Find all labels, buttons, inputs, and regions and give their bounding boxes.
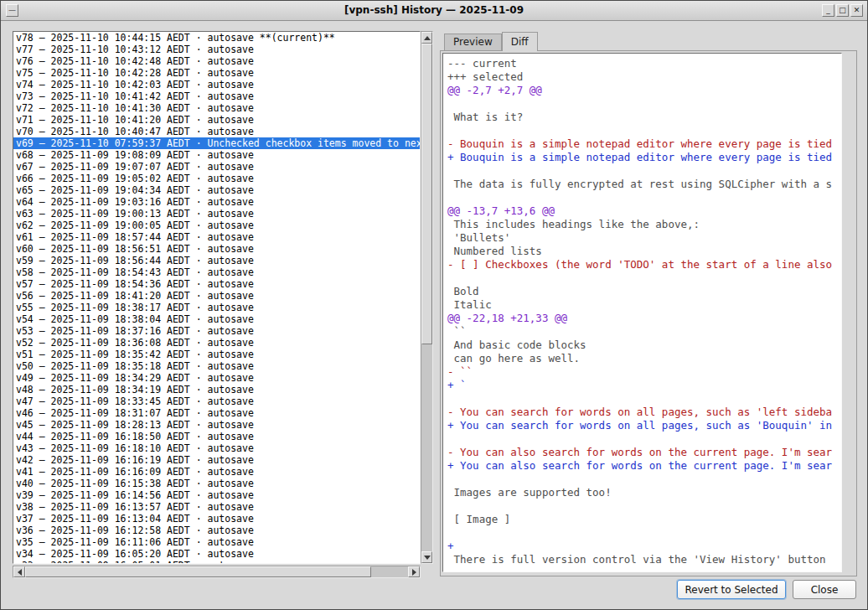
scroll-up-arrow-icon[interactable] — [421, 32, 432, 44]
diff-line-ctx — [447, 164, 841, 178]
version-list-item[interactable]: v72 — 2025-11-10 10:41:30 AEDT · autosav… — [13, 102, 420, 114]
version-list-item[interactable]: v33 — 2025-11-09 16:05:01 AEDT · autosav… — [13, 560, 420, 564]
diff-line-del: - You can also search for words on the c… — [447, 446, 841, 459]
scroll-right-arrow-icon[interactable] — [408, 566, 420, 577]
revert-to-selected-button[interactable]: Revert to Selected — [677, 580, 786, 599]
diff-line-del: - `` — [447, 365, 841, 379]
version-list-item[interactable]: v74 — 2025-11-10 10:42:03 AEDT · autosav… — [13, 79, 420, 90]
diff-line-meta: --- current — [447, 57, 841, 70]
diff-line-ctx — [447, 97, 841, 111]
diff-line-ctx: 'Bullets' — [447, 231, 841, 245]
version-list-scrollbar-thumb[interactable] — [421, 44, 432, 344]
maximize-icon: □ — [837, 5, 848, 16]
version-list-item[interactable]: v42 — 2025-11-09 16:16:19 AEDT · autosav… — [13, 454, 420, 466]
version-list-item[interactable]: v34 — 2025-11-09 16:05:20 AEDT · autosav… — [13, 548, 420, 560]
window-title: [vpn-ssh] History — 2025-11-09 — [51, 1, 817, 20]
version-list-item[interactable]: v43 — 2025-11-09 16:18:10 AEDT · autosav… — [13, 442, 420, 454]
version-list-item[interactable]: v69 — 2025-11-10 07:59:37 AEDT · Uncheck… — [13, 137, 420, 149]
version-list-item[interactable]: v60 — 2025-11-09 18:56:51 AEDT · autosav… — [13, 243, 420, 255]
version-list[interactable]: v78 — 2025-11-10 10:44:15 AEDT · autosav… — [13, 31, 421, 564]
version-list-hscrollbar[interactable] — [13, 566, 421, 578]
version-list-item[interactable]: v39 — 2025-11-09 16:14:56 AEDT · autosav… — [13, 489, 420, 501]
diff-line-ctx: And basic code blocks — [447, 339, 841, 352]
version-list-item[interactable]: v63 — 2025-11-09 19:00:13 AEDT · autosav… — [13, 208, 420, 220]
diff-line-hunk: @@ -13,7 +13,6 @@ — [447, 204, 841, 218]
version-list-item[interactable]: v57 — 2025-11-09 18:54:36 AEDT · autosav… — [13, 278, 420, 290]
version-list-item[interactable]: v35 — 2025-11-09 16:11:06 AEDT · autosav… — [13, 536, 420, 548]
version-list-item[interactable]: v54 — 2025-11-09 18:38:04 AEDT · autosav… — [13, 313, 420, 325]
diff-text[interactable]: --- current+++ selected@@ -2,7 +2,7 @@ W… — [442, 53, 842, 572]
diff-line-hunk: @@ -22,18 +21,33 @@ — [447, 312, 841, 325]
close-window-button[interactable]: ✕ — [850, 4, 863, 17]
diff-line-ctx — [447, 432, 841, 446]
diff-line-add: + — [447, 540, 841, 553]
version-list-item[interactable]: v70 — 2025-11-10 10:40:47 AEDT · autosav… — [13, 126, 420, 137]
diff-line-ctx: There is full version control via the 'V… — [447, 553, 841, 566]
diff-line-ctx — [447, 526, 841, 540]
version-list-item[interactable]: v55 — 2025-11-09 18:38:17 AEDT · autosav… — [13, 302, 420, 313]
version-list-item[interactable]: v61 — 2025-11-09 18:57:44 AEDT · autosav… — [13, 231, 420, 243]
version-list-item[interactable]: v44 — 2025-11-09 16:18:50 AEDT · autosav… — [13, 431, 420, 442]
version-list-item[interactable]: v50 — 2025-11-09 18:35:18 AEDT · autosav… — [13, 360, 420, 372]
version-list-item[interactable]: v48 — 2025-11-09 18:34:19 AEDT · autosav… — [13, 384, 420, 395]
version-list-item[interactable]: v58 — 2025-11-09 18:54:43 AEDT · autosav… — [13, 266, 420, 278]
titlebar[interactable]: — [vpn-ssh] History — 2025-11-09 _ □ ✕ — [1, 1, 867, 21]
diff-line-ctx — [447, 124, 841, 137]
version-list-item[interactable]: v46 — 2025-11-09 18:31:07 AEDT · autosav… — [13, 407, 420, 419]
version-list-item[interactable]: v51 — 2025-11-09 18:35:42 AEDT · autosav… — [13, 349, 420, 360]
version-list-item[interactable]: v67 — 2025-11-09 19:07:07 AEDT · autosav… — [13, 161, 420, 173]
window-menu-button[interactable]: — — [6, 4, 18, 17]
version-list-item[interactable]: v45 — 2025-11-09 18:28:13 AEDT · autosav… — [13, 419, 420, 431]
version-list-item[interactable]: v59 — 2025-11-09 18:56:44 AEDT · autosav… — [13, 255, 420, 266]
version-list-item[interactable]: v56 — 2025-11-09 18:41:20 AEDT · autosav… — [13, 290, 420, 302]
diff-line-ctx: Italic — [447, 298, 841, 312]
version-list-hscrollbar-thumb[interactable] — [25, 566, 371, 577]
diff-line-ctx — [447, 499, 841, 513]
scroll-left-arrow-icon[interactable] — [13, 566, 25, 577]
diff-line-ctx: This includes headings like the above,: — [447, 218, 841, 231]
version-list-item[interactable]: v41 — 2025-11-09 16:16:09 AEDT · autosav… — [13, 466, 420, 478]
version-list-item[interactable]: v65 — 2025-11-09 19:04:34 AEDT · autosav… — [13, 184, 420, 196]
version-list-item[interactable]: v68 — 2025-11-09 19:08:09 AEDT · autosav… — [13, 149, 420, 161]
diff-line-ctx: can go here as well. — [447, 352, 841, 365]
version-list-item[interactable]: v38 — 2025-11-09 16:13:57 AEDT · autosav… — [13, 501, 420, 513]
version-list-item[interactable]: v64 — 2025-11-09 19:03:16 AEDT · autosav… — [13, 196, 420, 208]
diff-line-ctx: Bold — [447, 285, 841, 298]
diff-line-ctx — [447, 392, 841, 406]
version-list-item[interactable]: v49 — 2025-11-09 18:34:29 AEDT · autosav… — [13, 372, 420, 384]
version-list-item[interactable]: v73 — 2025-11-10 10:41:42 AEDT · autosav… — [13, 90, 420, 102]
diff-line-ctx: Images are supported too! — [447, 486, 841, 499]
version-list-item[interactable]: v75 — 2025-11-10 10:42:28 AEDT · autosav… — [13, 67, 420, 79]
tab-preview[interactable]: Preview — [444, 34, 502, 51]
version-list-item[interactable]: v76 — 2025-11-10 10:42:48 AEDT · autosav… — [13, 55, 420, 67]
version-list-item[interactable]: v62 — 2025-11-09 19:00:05 AEDT · autosav… — [13, 220, 420, 231]
scroll-down-arrow-icon[interactable] — [421, 551, 432, 563]
history-window: — [vpn-ssh] History — 2025-11-09 _ □ ✕ v… — [0, 0, 868, 610]
version-list-item[interactable]: v53 — 2025-11-09 18:37:16 AEDT · autosav… — [13, 325, 420, 337]
version-list-item[interactable]: v77 — 2025-11-10 10:43:12 AEDT · autosav… — [13, 44, 420, 55]
maximize-button[interactable]: □ — [836, 4, 849, 17]
diff-line-ctx: `` — [447, 325, 841, 339]
version-list-item[interactable]: v78 — 2025-11-10 10:44:15 AEDT · autosav… — [13, 32, 420, 44]
diff-line-add: + Bouquin is a simple notepad editor whe… — [447, 151, 841, 164]
tab-diff[interactable]: Diff — [502, 32, 538, 51]
diff-line-meta: +++ selected — [447, 70, 841, 84]
close-dialog-button[interactable]: Close — [793, 580, 856, 599]
minimize-button[interactable]: _ — [822, 4, 834, 17]
close-icon: ✕ — [851, 5, 862, 16]
version-list-item[interactable]: v36 — 2025-11-09 16:12:58 AEDT · autosav… — [13, 525, 420, 536]
version-list-item[interactable]: v37 — 2025-11-09 16:13:04 AEDT · autosav… — [13, 513, 420, 525]
version-list-item[interactable]: v40 — 2025-11-09 16:15:38 AEDT · autosav… — [13, 478, 420, 489]
diff-line-del: - Bouquin is a simple notepad editor whe… — [447, 137, 841, 151]
diff-line-ctx — [447, 191, 841, 204]
version-list-item[interactable]: v71 — 2025-11-10 10:41:20 AEDT · autosav… — [13, 114, 420, 126]
diff-line-ctx: What is it? — [447, 111, 841, 124]
version-list-item[interactable]: v47 — 2025-11-09 18:33:45 AEDT · autosav… — [13, 395, 420, 407]
minimize-icon: _ — [823, 5, 834, 16]
version-list-item[interactable]: v52 — 2025-11-09 18:36:08 AEDT · autosav… — [13, 337, 420, 349]
window-menu-icon: — — [7, 5, 18, 16]
version-list-item[interactable]: v66 — 2025-11-09 19:05:02 AEDT · autosav… — [13, 173, 420, 184]
preview-diff-tabs: Preview Diff — [444, 32, 538, 51]
version-list-vscrollbar[interactable] — [421, 31, 433, 564]
diff-line-del: - [ ] Checkboxes (the word 'TODO' at the… — [447, 258, 841, 271]
